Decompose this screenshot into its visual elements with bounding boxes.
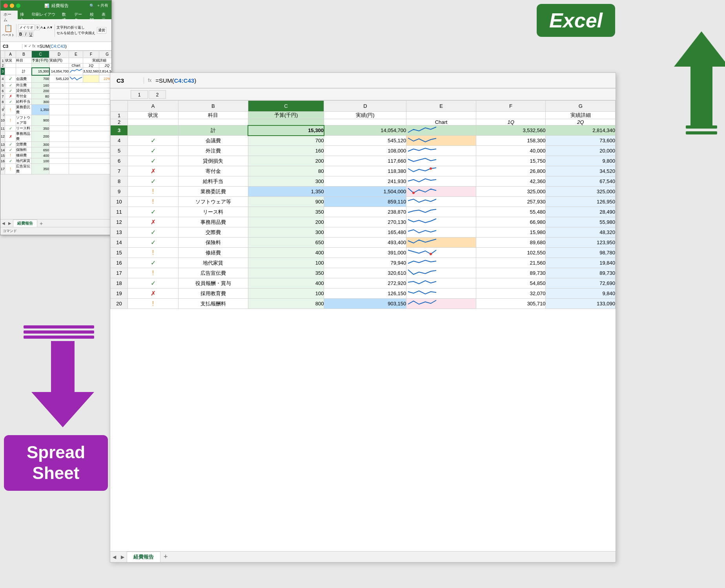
sheet-tab-active[interactable]: 経費報告 [13, 220, 37, 227]
small-col-d[interactable]: D [49, 51, 69, 58]
zrh-3: 3 [111, 125, 128, 136]
table-row-3: 3 計 15,300 14,054,700 3,532,560 2,814,34… [111, 125, 616, 136]
tab-review[interactable]: 校閲 [87, 11, 100, 19]
ribbon-content: 📋 ペースト メイリオ 9 A▲ A▼ B I U 文字列の折り返し セルを結合… [0, 19, 111, 42]
zoomed-scroll-right[interactable]: ▶ [118, 554, 127, 560]
table-row-15: 15 ! 修繕費 400 391,000 102,550 98,780 [111, 248, 616, 258]
font-size[interactable]: 9 [35, 25, 40, 30]
paste-button[interactable]: 📋 [4, 24, 13, 33]
zh-c[interactable]: C [248, 101, 324, 112]
excel-label: Excel [537, 4, 615, 37]
tab-layout[interactable]: 印刷レイアウト [29, 11, 60, 19]
svg-point-0 [430, 167, 432, 170]
formula-bar-zoomed: C3 fx =SUM(C4:C43) [110, 73, 616, 89]
sheet-tabs-small: ◀ ▶ 経費報告 + [0, 219, 111, 227]
table-row-4: 4 ✓ 会議費 700 545,120 158,300 73,600 [111, 136, 616, 146]
window-title: 経費報告 [51, 3, 69, 9]
table-row-11: 11 ✓ リース料 350 238,870 55,480 28,490 [111, 207, 616, 217]
font-shrink[interactable]: A▼ [47, 25, 53, 29]
zrh-1: 1 [111, 112, 128, 119]
zoomed-sheet-container: C3 fx =SUM(C4:C43) 1 2 A B C D E F G [110, 73, 616, 563]
zh-d[interactable]: D [324, 101, 406, 112]
zh-f[interactable]: F [476, 101, 546, 112]
command-bar: コマンド [0, 227, 111, 235]
svg-point-1 [412, 192, 415, 194]
formula-zoomed: =SUM(C4:C43) [155, 77, 196, 84]
table-row-17: 17 ! 広告宣伝費 350 320,610 89,730 89,730 [111, 268, 616, 278]
close-button[interactable] [4, 4, 8, 8]
number-format[interactable]: 通貨 [97, 27, 106, 34]
tab-home[interactable]: ホーム [0, 11, 18, 19]
rh-3: 3 [1, 68, 5, 75]
ribbon-tabs: ホーム 挿入 印刷レイアウト 数式 データ 校閲 表示 [0, 11, 111, 19]
zh-g[interactable]: G [546, 101, 616, 112]
zh-a[interactable]: A [128, 101, 179, 112]
table-row-7: 7 ✗ 寄付金 80 118,380 26,800 34,520 [111, 166, 616, 176]
search-icon[interactable]: 🔍 [89, 4, 94, 8]
tab-data[interactable]: データ [72, 11, 87, 19]
minimize-button[interactable] [10, 4, 14, 8]
small-col-f[interactable]: F [83, 51, 99, 58]
zoomed-grid: A B C D E F G 1 状況 科目 予算(千円) 実績(円) [110, 100, 616, 309]
formula-bar-small: C3 ✕ ✓ fx =SUM(C4:C43) [0, 42, 111, 51]
merge-center-button[interactable]: セルを結合して中央揃え [56, 31, 95, 36]
zh-corner [111, 101, 128, 112]
small-row-col [1, 51, 5, 58]
small-col-b[interactable]: B [16, 51, 32, 58]
rh-4: 4 [1, 75, 5, 83]
small-col-a[interactable]: A [5, 51, 16, 58]
fx-icon-zoomed: fx [144, 78, 155, 83]
small-col-c[interactable]: C [32, 51, 49, 58]
titlebar: 📊 経費報告 🔍 ＋共有 [0, 0, 111, 11]
wrap-text-button[interactable]: 文字列の折り返し [56, 25, 95, 30]
zoomed-sheet-tabs: ◀ ▶ 経費報告 + [110, 551, 616, 562]
row-indicators: 1 2 [1, 104, 7, 118]
tab-view[interactable]: 表示 [99, 11, 111, 19]
table-row-10: 10 ! ソフトウェア等 900 859,110 257,930 126,950 [111, 197, 616, 207]
table-row-9: 9 ! 業務委託費 1,350 1,504,000 325,000 325,00… [111, 187, 616, 197]
tab-insert[interactable]: 挿入 [18, 11, 30, 19]
svg-point-2 [430, 253, 432, 255]
scroll-right-icon[interactable]: ▶ [7, 221, 13, 225]
zoomed-add-sheet[interactable]: + [160, 553, 171, 561]
scroll-left-icon[interactable]: ◀ [0, 221, 7, 225]
table-row-13: 13 ✓ 交際費 300 165,480 15,980 48,320 [111, 227, 616, 238]
zoomed-sheet-tab-active[interactable]: 経費報告 [127, 552, 160, 562]
cell-ref-zoomed: C3 [117, 77, 144, 84]
formula-small: =SUM(C4:C43) [37, 44, 67, 49]
font-grow[interactable]: A▲ [40, 25, 46, 29]
zoomed-scroll-left[interactable]: ◀ [110, 554, 118, 560]
font-selector[interactable]: メイリオ [18, 24, 35, 31]
zrh-2: 2 [111, 119, 128, 125]
table-row-12: 12 ✗ 事務用品費 200 270,130 66,980 55,980 [111, 217, 616, 227]
cell-ref-small: C3 [3, 44, 22, 49]
window-icons: 📊 [44, 4, 49, 8]
add-sheet-button[interactable]: + [37, 220, 45, 227]
italic-button[interactable]: I [24, 32, 27, 37]
tab-formula[interactable]: 数式 [60, 11, 72, 19]
small-sheet: A B C D E F G 1 状況 科目 予算(千円) 実績(円) [0, 51, 111, 174]
spreadsheet-label: Spread Sheet [4, 435, 108, 491]
table-row-16: 16 ✓ 地代家賃 100 79,940 21,560 19,840 [111, 258, 616, 268]
fx-icon: ✕ ✓ fx [22, 44, 37, 48]
zh-e[interactable]: E [406, 101, 476, 112]
table-row-20: 20 ! 支払報酬料 800 903,150 305,710 133,090 [111, 299, 616, 309]
underline-button[interactable]: U [28, 32, 33, 37]
share-button[interactable]: ＋共有 [97, 3, 108, 8]
rh-2: 2 [1, 64, 5, 68]
table-row-8: 8 ✓ 給料手当 300 241,930 42,360 67,540 [111, 176, 616, 187]
row-indicators-zoomed: 1 2 [110, 89, 616, 100]
table-row-5: 5 ✓ 外注費 160 108,000 40,000 20,000 [111, 146, 616, 156]
maximize-button[interactable] [16, 4, 20, 8]
purple-lines-icon [24, 325, 94, 339]
zh-b[interactable]: B [179, 101, 248, 112]
table-row-14: 14 ✓ 保険料 650 493,400 89,680 123,950 [111, 238, 616, 248]
purple-arrow-down [31, 341, 94, 427]
bold-button[interactable]: B [18, 32, 23, 37]
table-row-6: 6 ✓ 貸倒損失 200 117,660 15,750 9,800 [111, 156, 616, 166]
rh-1: 1 [1, 58, 5, 64]
small-col-e[interactable]: E [69, 51, 83, 58]
small-col-g[interactable]: G [99, 51, 111, 58]
table-row-19: 19 ✗ 採用教育費 100 126,150 32,070 9,840 [111, 289, 616, 299]
table-row-18: 18 ✓ 役員報酬・賞与 400 272,920 54,850 72,690 [111, 278, 616, 289]
